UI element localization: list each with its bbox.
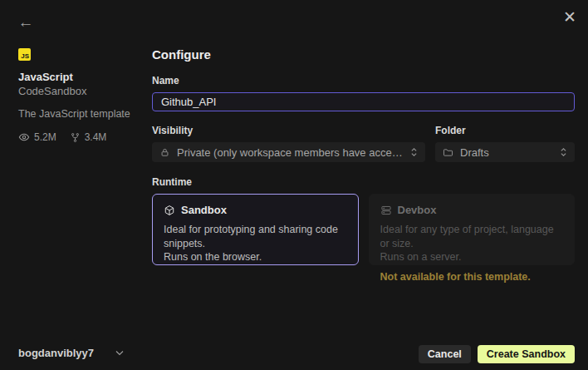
runtime-option-devbox: Devbox Ideal for any type of project, la…: [369, 194, 576, 265]
template-title: JavaScript: [18, 71, 143, 83]
close-icon: ✕: [563, 9, 576, 25]
name-input[interactable]: [152, 92, 575, 111]
configure-form: Configure Name Visibility Private (only …: [152, 47, 575, 265]
template-stats: 5.2M 3.4M: [18, 131, 143, 143]
runtime-options: Sandbox Ideal for prototyping and sharin…: [152, 194, 575, 265]
devbox-description-line2: Runs on a server.: [380, 250, 564, 264]
devbox-card-header: Devbox: [380, 204, 564, 216]
chevron-down-icon: [115, 350, 124, 356]
template-author: CodeSandbox: [18, 85, 143, 97]
forks-count: 3.4M: [85, 131, 107, 143]
visibility-value: Private (only workspace members have acc…: [177, 146, 404, 159]
folder-value: Drafts: [460, 146, 489, 159]
sandbox-card-description: Ideal for prototyping and sharing code s…: [164, 223, 347, 264]
devbox-description-line1: Ideal for any type of project, language …: [380, 223, 564, 250]
workspace-selector[interactable]: bogdanviblyy7: [18, 343, 124, 363]
views-stat: 5.2M: [18, 131, 56, 143]
folder-icon: [443, 147, 453, 158]
devbox-card-description: Ideal for any type of project, language …: [380, 223, 564, 264]
create-sandbox-dialog: ← ✕ JS JavaScript CodeSandbox The JavaSc…: [0, 0, 588, 370]
sandbox-card-header: Sandbox: [164, 204, 347, 216]
visibility-folder-row: Visibility Private (only workspace membe…: [152, 125, 575, 162]
server-icon: [380, 205, 392, 216]
sandbox-card-title: Sandbox: [181, 204, 227, 216]
sandbox-description-line2: Runs on the browser.: [164, 250, 347, 264]
cube-icon: [164, 205, 175, 216]
folder-select[interactable]: Drafts: [435, 142, 575, 162]
devbox-unavailable-note: Not available for this template.: [380, 271, 564, 283]
back-arrow-icon: ←: [18, 13, 34, 32]
updown-chevron-icon: [560, 146, 567, 158]
footer-actions: Cancel Create Sandbox: [419, 345, 575, 363]
folder-field: Folder Drafts: [435, 125, 575, 162]
runtime-option-sandbox[interactable]: Sandbox Ideal for prototyping and sharin…: [152, 194, 359, 265]
cancel-button[interactable]: Cancel: [419, 345, 471, 363]
form-heading: Configure: [152, 47, 575, 62]
template-description: The JavaScript template: [18, 108, 143, 120]
template-info-panel: JS JavaScript CodeSandbox The JavaScript…: [18, 48, 143, 143]
visibility-label: Visibility: [152, 125, 425, 136]
folder-label: Folder: [435, 125, 575, 136]
forks-stat: 3.4M: [70, 131, 107, 143]
eye-icon: [18, 131, 30, 143]
devbox-card-title: Devbox: [398, 204, 437, 216]
views-count: 5.2M: [34, 131, 56, 143]
back-button[interactable]: ←: [15, 12, 37, 33]
create-sandbox-button[interactable]: Create Sandbox: [478, 345, 575, 363]
visibility-select[interactable]: Private (only workspace members have acc…: [152, 142, 425, 162]
lock-icon: [159, 147, 170, 158]
runtime-label: Runtime: [152, 176, 575, 188]
sandbox-description-line1: Ideal for prototyping and sharing code s…: [164, 223, 347, 250]
updown-chevron-icon: [410, 146, 418, 158]
javascript-logo-icon: JS: [18, 48, 31, 61]
javascript-logo-text: JS: [21, 52, 29, 60]
fork-icon: [70, 132, 81, 143]
visibility-field: Visibility Private (only workspace membe…: [152, 125, 425, 162]
close-button[interactable]: ✕: [558, 5, 581, 28]
name-label: Name: [152, 75, 575, 86]
workspace-name: bogdanviblyy7: [18, 347, 94, 359]
